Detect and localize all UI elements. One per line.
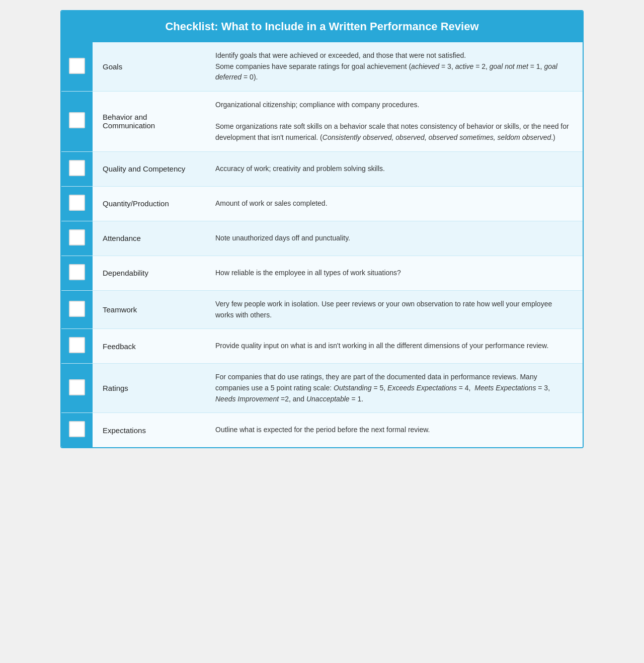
checkbox-cell — [61, 256, 93, 290]
checkbox-cell — [61, 329, 93, 364]
row-label: Attendance — [93, 221, 203, 256]
row-label: Quantity/Production — [93, 186, 203, 221]
row-description: Amount of work or sales completed. — [203, 186, 583, 221]
checkbox-cell — [61, 151, 93, 186]
table-row: GoalsIdentify goals that were achieved o… — [61, 42, 583, 92]
row-label: Expectations — [93, 413, 203, 448]
row-description: Provide quality input on what is and isn… — [203, 329, 583, 364]
checkbox-cell — [61, 186, 93, 221]
checkbox-cell — [61, 42, 93, 92]
checkbox-icon[interactable] — [69, 195, 85, 211]
checkbox-icon[interactable] — [69, 421, 85, 437]
row-label: Dependability — [93, 256, 203, 290]
checkbox-icon[interactable] — [69, 112, 85, 128]
checkbox-icon[interactable] — [69, 337, 85, 353]
checkbox-icon[interactable] — [69, 58, 85, 74]
table-row: DependabilityHow reliable is the employe… — [61, 256, 583, 290]
checklist-container: Checklist: What to Include in a Written … — [60, 10, 584, 448]
row-description: Accuracy of work; creativity and problem… — [203, 151, 583, 186]
row-description: For companies that do use ratings, they … — [203, 364, 583, 413]
checkbox-cell — [61, 92, 93, 152]
checklist-table: GoalsIdentify goals that were achieved o… — [61, 42, 583, 447]
row-description: Note unauthorized days off and punctuali… — [203, 221, 583, 256]
row-label: Ratings — [93, 364, 203, 413]
row-description: Identify goals that were achieved or exc… — [203, 42, 583, 92]
row-label: Quality and Competency — [93, 151, 203, 186]
row-label: Behavior and Communication — [93, 92, 203, 152]
row-description: Very few people work in isolation. Use p… — [203, 290, 583, 328]
checkbox-cell — [61, 290, 93, 328]
table-row: Quantity/ProductionAmount of work or sal… — [61, 186, 583, 221]
row-label: Teamwork — [93, 290, 203, 328]
checkbox-icon[interactable] — [69, 160, 85, 176]
header-section: Checklist: What to Include in a Written … — [61, 11, 583, 42]
row-description: How reliable is the employee in all type… — [203, 256, 583, 290]
table-row: ExpectationsOutline what is expected for… — [61, 413, 583, 448]
table-row: FeedbackProvide quality input on what is… — [61, 329, 583, 364]
checkbox-cell — [61, 413, 93, 448]
checkbox-cell — [61, 364, 93, 413]
row-label: Feedback — [93, 329, 203, 364]
checkbox-cell — [61, 221, 93, 256]
page-title: Checklist: What to Include in a Written … — [165, 20, 478, 33]
row-label: Goals — [93, 42, 203, 92]
checkbox-icon[interactable] — [69, 264, 85, 280]
checkbox-icon[interactable] — [69, 229, 85, 245]
table-row: Quality and CompetencyAccuracy of work; … — [61, 151, 583, 186]
table-row: Behavior and CommunicationOrganizational… — [61, 92, 583, 152]
row-description: Outline what is expected for the period … — [203, 413, 583, 448]
row-description: Organizational citizenship; compliance w… — [203, 92, 583, 152]
table-row: AttendanceNote unauthorized days off and… — [61, 221, 583, 256]
table-row: TeamworkVery few people work in isolatio… — [61, 290, 583, 328]
checkbox-icon[interactable] — [69, 301, 85, 317]
table-row: RatingsFor companies that do use ratings… — [61, 364, 583, 413]
checkbox-icon[interactable] — [69, 379, 85, 395]
